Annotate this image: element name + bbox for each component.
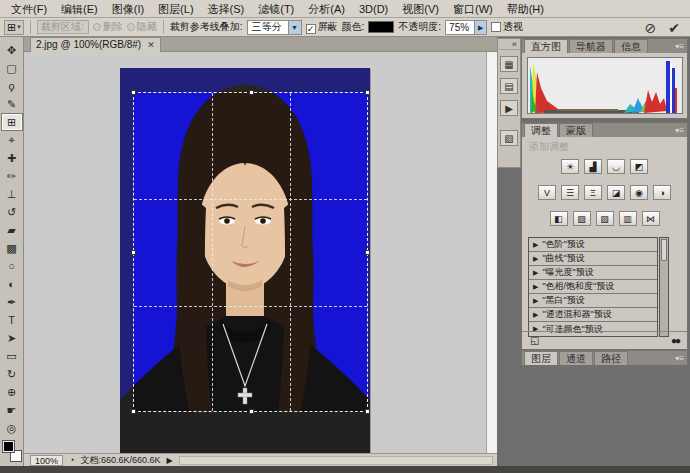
healing-brush-tool[interactable]: ✚ <box>1 149 23 167</box>
crop-handle-e[interactable] <box>365 250 370 255</box>
zoom-tool[interactable]: ◎ <box>1 419 23 437</box>
collapsed-panel-icon-4[interactable]: ▧ <box>500 130 518 146</box>
marquee-tool[interactable]: ▢ <box>1 59 23 77</box>
color-swatches[interactable] <box>2 440 22 462</box>
tab-info[interactable]: 信息 <box>614 39 648 53</box>
tool-preset-picker[interactable]: ⊞ ▾ <box>4 20 24 35</box>
preset-exposure[interactable]: ▶"曝光度"预设 <box>529 266 657 280</box>
foreground-color-swatch[interactable] <box>2 440 15 453</box>
posterize-icon[interactable]: ▨ <box>573 211 591 226</box>
curves-icon[interactable]: ◡ <box>607 159 625 174</box>
status-menu-arrow-icon[interactable]: ▶ <box>167 456 173 465</box>
lasso-tool[interactable]: ϙ <box>1 77 23 95</box>
dodge-tool[interactable]: ◐ <box>1 275 23 293</box>
shape-tool[interactable]: ▭ <box>1 347 23 365</box>
eraser-tool[interactable]: ▰ <box>1 221 23 239</box>
tab-layers[interactable]: 图层 <box>524 351 558 365</box>
menu-layer[interactable]: 图层(L) <box>151 1 200 17</box>
expanded-view-icon[interactable]: ●● <box>671 335 679 346</box>
tab-histogram[interactable]: 直方图 <box>524 39 568 53</box>
menu-select[interactable]: 选择(S) <box>201 1 252 17</box>
collapsed-panel-icon-3[interactable]: ▶ <box>500 100 518 116</box>
invert-icon[interactable]: ◧ <box>550 211 568 226</box>
crop-handle-se[interactable] <box>365 409 370 414</box>
crop-handle-ne[interactable] <box>365 90 370 95</box>
crop-handle-sw[interactable] <box>131 409 136 414</box>
cancel-crop-button[interactable]: ⊘ <box>645 20 657 36</box>
preset-curves[interactable]: ▶"曲线"预设 <box>529 252 657 266</box>
vibrance-icon[interactable]: V <box>538 185 556 200</box>
crop-handle-s[interactable] <box>249 409 254 414</box>
3d-rotate-tool[interactable]: ↻ <box>1 365 23 383</box>
scrollbar-thumb[interactable] <box>661 239 667 261</box>
crop-handle-w[interactable] <box>131 250 136 255</box>
tab-paths[interactable]: 路径 <box>594 351 628 365</box>
tab-masks[interactable]: 蒙版 <box>559 123 593 137</box>
crop-handle-n[interactable] <box>249 90 254 95</box>
menu-view[interactable]: 视图(V) <box>395 1 446 17</box>
menu-window[interactable]: 窗口(W) <box>446 1 500 17</box>
threshold-icon[interactable]: ▧ <box>596 211 614 226</box>
history-brush-tool[interactable]: ↺ <box>1 203 23 221</box>
quick-selection-tool[interactable]: ✎ <box>1 95 23 113</box>
levels-icon[interactable]: ▟ <box>584 159 602 174</box>
document-tab[interactable]: 2.jpg @ 100%(RGB/8#) ✕ <box>30 37 161 52</box>
exposure-icon[interactable]: ◩ <box>630 159 648 174</box>
canvas-area[interactable] <box>24 52 486 453</box>
zoom-level-field[interactable]: 100% <box>30 455 63 466</box>
clone-stamp-tool[interactable]: ⊥ <box>1 185 23 203</box>
guide-overlay-select[interactable]: 三等分 ▼ <box>247 20 302 35</box>
brush-tool[interactable]: ✏ <box>1 167 23 185</box>
channel-mixer-icon[interactable]: ◑ <box>653 185 671 200</box>
preset-scrollbar[interactable] <box>659 237 669 337</box>
3d-orbit-tool[interactable]: ⊕ <box>1 383 23 401</box>
commit-crop-button[interactable]: ✔ <box>668 20 680 36</box>
preset-channel-mixer[interactable]: ▶"通道混和器"预设 <box>529 308 657 322</box>
vertical-scrollbar[interactable] <box>486 52 497 453</box>
brightness-contrast-icon[interactable]: ☀ <box>561 159 579 174</box>
gradient-tool[interactable]: ▩ <box>1 239 23 257</box>
preset-black-white[interactable]: ▶"黑白"预设 <box>529 294 657 308</box>
black-white-icon[interactable]: ◪ <box>607 185 625 200</box>
close-icon[interactable]: ✕ <box>147 38 155 52</box>
panel-menu-icon[interactable]: ▾≡ <box>675 354 684 363</box>
menu-edit[interactable]: 编辑(E) <box>54 1 105 17</box>
pen-tool[interactable]: ✒ <box>1 293 23 311</box>
perspective-checkbox[interactable]: 透视 <box>491 20 523 34</box>
panel-menu-icon[interactable]: ▾≡ <box>675 42 684 51</box>
photo-image[interactable] <box>120 68 370 453</box>
photo-filter-icon[interactable]: ◉ <box>630 185 648 200</box>
collapsed-panel-icon-2[interactable]: ▤ <box>500 78 518 94</box>
menu-help[interactable]: 帮助(H) <box>500 1 551 17</box>
path-selection-tool[interactable]: ➤ <box>1 329 23 347</box>
menu-analysis[interactable]: 分析(A) <box>301 1 352 17</box>
color-balance-icon[interactable]: Ξ <box>584 185 602 200</box>
hand-tool[interactable]: ☛ <box>1 401 23 419</box>
blur-tool[interactable]: ○ <box>1 257 23 275</box>
type-tool[interactable]: T <box>1 311 23 329</box>
menu-image[interactable]: 图像(I) <box>105 1 151 17</box>
clip-to-layer-icon[interactable]: ◱ <box>530 335 539 346</box>
gradient-map-icon[interactable]: ▥ <box>619 211 637 226</box>
menu-file[interactable]: 文件(F) <box>4 1 54 17</box>
preset-hue-saturation[interactable]: ▶"色相/饱和度"预设 <box>529 280 657 294</box>
menu-filter[interactable]: 滤镜(T) <box>251 1 301 17</box>
tab-navigator[interactable]: 导航器 <box>569 39 613 53</box>
hue-saturation-icon[interactable]: ☰ <box>561 185 579 200</box>
shield-color-swatch[interactable] <box>368 21 394 33</box>
shield-checkbox[interactable]: ✓屏蔽 <box>306 20 338 34</box>
crop-marquee[interactable] <box>133 92 368 412</box>
move-tool[interactable]: ✥ <box>1 41 23 59</box>
opacity-field[interactable]: 75% ▶ <box>445 20 487 35</box>
panel-menu-icon[interactable]: ▾≡ <box>675 126 684 135</box>
tab-adjustments[interactable]: 调整 <box>524 123 558 137</box>
eyedropper-tool[interactable]: ⌖ <box>1 131 23 149</box>
expand-dock-icon[interactable]: « <box>498 39 520 50</box>
preset-levels[interactable]: ▶"色阶"预设 <box>529 238 657 252</box>
crop-handle-nw[interactable] <box>131 90 136 95</box>
collapsed-panel-icon-1[interactable]: ▦ <box>500 56 518 72</box>
selective-color-icon[interactable]: ⋈ <box>642 211 660 226</box>
tab-channels[interactable]: 通道 <box>559 351 593 365</box>
menu-3d[interactable]: 3D(D) <box>352 1 395 17</box>
crop-tool[interactable]: ⊞ <box>1 113 23 131</box>
